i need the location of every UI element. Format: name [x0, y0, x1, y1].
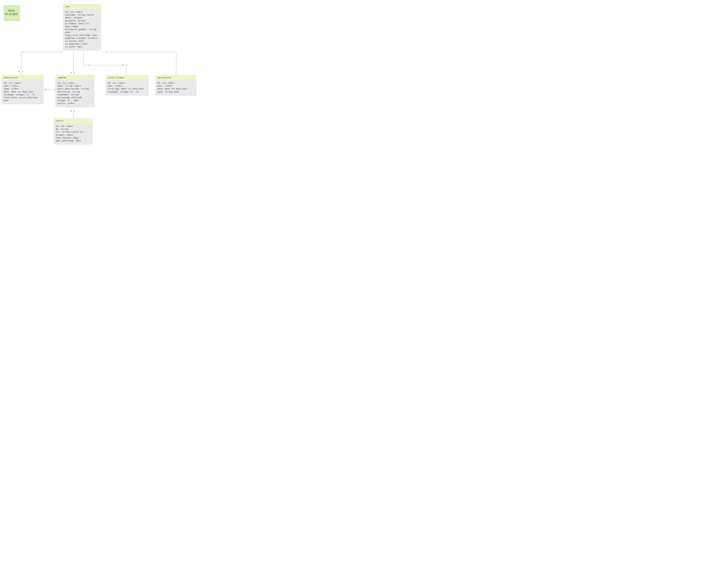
sticky-line2: 22.12.2021	[5, 12, 18, 16]
sticky-note-stand: Stand: 22.12.2021	[4, 5, 19, 20]
entity-user-title: user	[63, 4, 101, 9]
entity-observation-body: id: int <<pk>> user: <<fk>> type: <<fk>>…	[2, 80, 43, 104]
card-obs-sym-0n: 0..n	[45, 89, 50, 91]
entity-source: source id: int <<pk>> by: string url: st…	[54, 118, 93, 145]
entity-covid-illness-title: covid_illness	[106, 75, 149, 80]
entity-vaccination-title: vaccination	[155, 75, 196, 80]
card-sym-src-1: 1	[73, 115, 74, 117]
card-user-right-1: 1	[106, 51, 107, 53]
entity-symptom: symptom id: int <<pk>> name: string <<pk…	[55, 75, 94, 107]
entity-source-body: id: int <<pk>> by: string url: string (v…	[54, 123, 93, 144]
entity-vaccination-body: id: int <<pk>> user: <<fk>> date: date (…	[155, 80, 196, 96]
entity-symptom-body: id: int <<pk>> name: string <<pk>> short…	[55, 80, 94, 107]
entity-covid-illness-body: id: int <<pk>> user: <<fk>> first_day: d…	[106, 80, 149, 96]
card-obs-0n: 0..n	[18, 70, 23, 73]
card-sym-0n: 0..n	[70, 72, 75, 74]
entity-user: user id: int <<pk>> username: string (va…	[63, 4, 101, 51]
entity-observation-title: observation	[2, 75, 43, 80]
card-cov-1: 1	[88, 64, 90, 66]
entity-symptom-title: symptom	[55, 75, 94, 80]
card-user-left-1: 1	[60, 51, 62, 53]
entity-source-title: source	[54, 118, 93, 123]
sticky-line1: Stand:	[8, 9, 15, 12]
entity-vaccination: vaccination id: int <<pk>> user: <<fk>> …	[155, 75, 196, 96]
card-sym-src-0n: 0..n	[70, 110, 75, 112]
entity-user-body: id: int <<pk>> username: string (valid e…	[63, 9, 101, 51]
entity-covid-illness: covid_illness id: int <<pk>> user: <<fk>…	[106, 75, 149, 96]
card-cov-0n: 0..n	[122, 64, 127, 66]
entity-observation: observation id: int <<pk>> user: <<fk>> …	[2, 75, 44, 104]
